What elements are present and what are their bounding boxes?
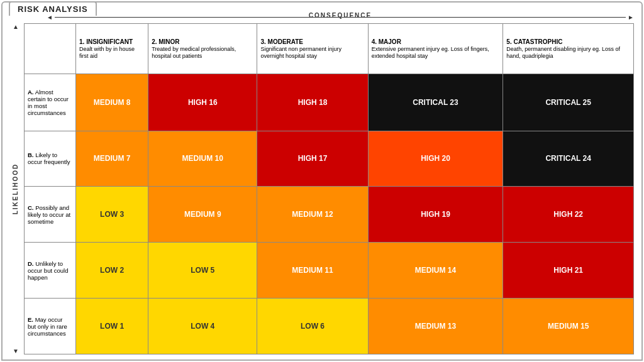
header-col-1: 1. INSIGNIFICANTDealt with by in house f… bbox=[76, 24, 148, 74]
header-col-5: 5. CATASTROPHICDeath, permanent disablin… bbox=[503, 24, 634, 74]
row-label-2: C. Possibly and likely to occur at somet… bbox=[25, 187, 76, 243]
cell-r0-c0: MEDIUM 8 bbox=[76, 74, 148, 131]
row-label-1: B. Likely to occur frequently bbox=[25, 131, 76, 187]
row-label-0: A. Almost certain to occur in most circu… bbox=[25, 74, 76, 131]
header-empty bbox=[25, 24, 76, 74]
cell-r2-c0: LOW 3 bbox=[76, 187, 148, 243]
header-col-3: 3. MODERATESignificant non permanent inj… bbox=[257, 24, 368, 74]
cell-r3-c3: MEDIUM 14 bbox=[368, 243, 503, 299]
cell-r1-c3: HIGH 20 bbox=[368, 131, 503, 187]
consequence-bar: ◄ CONSEQUENCE ► bbox=[10, 14, 634, 21]
cell-r1-c2: HIGH 17 bbox=[257, 131, 368, 187]
cell-r0-c3: CRITICAL 23 bbox=[368, 74, 503, 131]
cell-r4-c3: MEDIUM 13 bbox=[368, 299, 503, 354]
table-row: D. Unlikely to occur but could happenLOW… bbox=[25, 243, 634, 299]
cell-r2-c1: MEDIUM 9 bbox=[148, 187, 257, 243]
table-row: B. Likely to occur frequentlyMEDIUM 7MED… bbox=[25, 131, 634, 187]
table-row: A. Almost certain to occur in most circu… bbox=[25, 74, 634, 131]
cell-r3-c1: LOW 5 bbox=[148, 243, 257, 299]
cell-r1-c4: CRITICAL 24 bbox=[503, 131, 634, 187]
cell-r1-c1: MEDIUM 10 bbox=[148, 131, 257, 187]
cell-r2-c4: HIGH 22 bbox=[503, 187, 634, 243]
header-col-2: 2. MINORTreated by medical professionals… bbox=[148, 24, 257, 74]
main-container: RISK ANALYSIS ◄ CONSEQUENCE ► ▲ LIKELIHO… bbox=[1, 1, 643, 361]
consequence-line: CONSEQUENCE bbox=[55, 17, 626, 18]
likelihood-arrow-up: ▲ bbox=[13, 23, 19, 30]
header-col-4: 4. MAJORExtensive permanent injury eg. L… bbox=[368, 24, 503, 74]
cell-r2-c3: HIGH 19 bbox=[368, 187, 503, 243]
likelihood-arrow-down: ▼ bbox=[13, 348, 19, 354]
consequence-label: CONSEQUENCE bbox=[309, 12, 372, 19]
cell-r0-c1: HIGH 16 bbox=[148, 74, 257, 131]
table-row: C. Possibly and likely to occur at somet… bbox=[25, 187, 634, 243]
cell-r0-c2: HIGH 18 bbox=[257, 74, 368, 131]
cell-r4-c4: MEDIUM 15 bbox=[503, 299, 634, 354]
cell-r2-c2: MEDIUM 12 bbox=[257, 187, 368, 243]
title-tab: RISK ANALYSIS bbox=[9, 1, 97, 16]
cell-r3-c2: MEDIUM 11 bbox=[257, 243, 368, 299]
likelihood-side: ▲ LIKELIHOOD ▼ bbox=[10, 23, 21, 354]
row-label-4: E. May occur but only in rare circumstan… bbox=[25, 299, 76, 354]
cell-r3-c4: HIGH 21 bbox=[503, 243, 634, 299]
cell-r1-c0: MEDIUM 7 bbox=[76, 131, 148, 187]
cell-r4-c2: LOW 6 bbox=[257, 299, 368, 354]
risk-table: 1. INSIGNIFICANTDealt with by in house f… bbox=[24, 23, 634, 354]
cell-r4-c1: LOW 4 bbox=[148, 299, 257, 354]
page-title: RISK ANALYSIS bbox=[18, 4, 88, 14]
cell-r4-c0: LOW 1 bbox=[76, 299, 148, 354]
table-row: E. May occur but only in rare circumstan… bbox=[25, 299, 634, 354]
cell-r3-c0: LOW 2 bbox=[76, 243, 148, 299]
row-label-3: D. Unlikely to occur but could happen bbox=[25, 243, 76, 299]
main-area: ▲ LIKELIHOOD ▼ 1. INSIGNIFICANTDealt wit… bbox=[10, 23, 634, 354]
consequence-arrow-right: ► bbox=[628, 14, 634, 21]
likelihood-label: LIKELIHOOD bbox=[13, 163, 19, 215]
cell-r0-c4: CRITICAL 25 bbox=[503, 74, 634, 131]
